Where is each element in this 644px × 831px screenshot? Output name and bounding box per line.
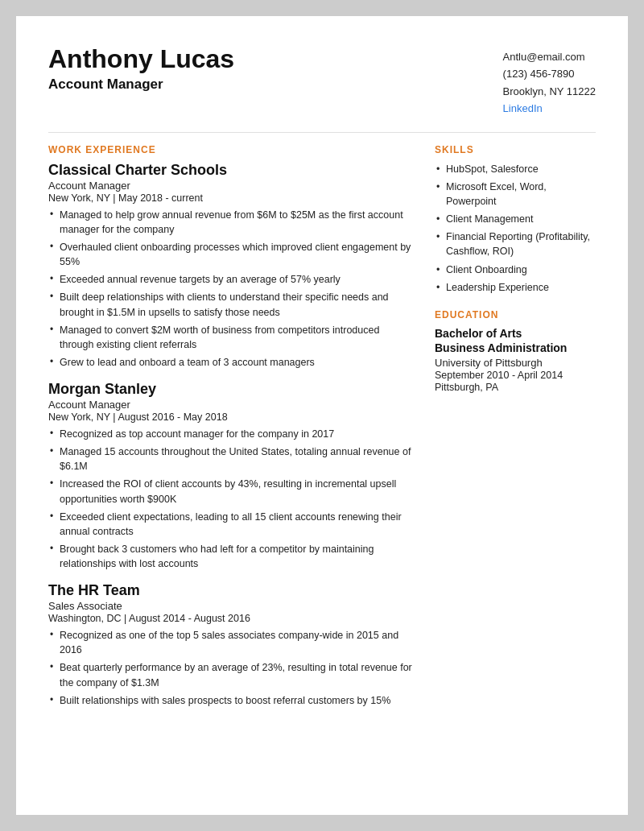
resume-document: Anthony Lucas Account Manager Antlu@emai… xyxy=(16,16,628,815)
job-company-2: Morgan Stanley xyxy=(48,381,412,398)
list-item: Managed 15 accounts throughout the Unite… xyxy=(48,444,412,473)
job-location-dates-3: Washington, DC | August 2014 - August 20… xyxy=(48,613,412,624)
job-role-1: Account Manager xyxy=(48,180,412,192)
list-item: Brought back 3 customers who had left fo… xyxy=(48,542,412,571)
contact-phone: (123) 456-7890 xyxy=(503,65,596,82)
work-experience-heading: WORK EXPERIENCE xyxy=(48,144,412,155)
list-item: Beat quarterly performance by an average… xyxy=(48,660,412,689)
job-bullets-2: Recognized as top account manager for th… xyxy=(48,427,412,571)
list-item: Built relationships with sales prospects… xyxy=(48,693,412,708)
list-item: HubSpot, Salesforce xyxy=(435,162,596,176)
edu-dates: September 2010 - April 2014 xyxy=(435,370,596,381)
list-item: Managed to help grow annual revenue from… xyxy=(48,208,412,237)
job-company-1: Classical Charter Schools xyxy=(48,162,412,179)
list-item: Grew to lead and onboard a team of 3 acc… xyxy=(48,355,412,370)
list-item: Financial Reporting (Profitability, Cash… xyxy=(435,229,596,258)
main-body: WORK EXPERIENCE Classical Charter School… xyxy=(48,144,596,719)
candidate-name: Anthony Lucas xyxy=(48,45,234,73)
edu-location: Pittsburgh, PA xyxy=(435,382,596,393)
edu-degree: Bachelor of Arts xyxy=(435,327,596,341)
job-block-1: Classical Charter Schools Account Manage… xyxy=(48,162,412,370)
contact-location: Brooklyn, NY 11222 xyxy=(503,83,596,100)
job-location-dates-1: New York, NY | May 2018 - current xyxy=(48,192,412,204)
list-item: Recognized as top account manager for th… xyxy=(48,427,412,441)
job-bullets-3: Recognized as one of the top 5 sales ass… xyxy=(48,628,412,708)
contact-info: Antlu@email.com (123) 456-7890 Brooklyn,… xyxy=(503,48,596,118)
list-item: Client Management xyxy=(435,212,596,226)
job-location-dates-2: New York, NY | August 2016 - May 2018 xyxy=(48,411,412,423)
candidate-title: Account Manager xyxy=(48,76,234,93)
job-role-3: Sales Associate xyxy=(48,600,412,612)
list-item: Exceeded annual revenue targets by an av… xyxy=(48,272,412,287)
list-item: Overhauled client onboarding processes w… xyxy=(48,240,412,269)
job-block-2: Morgan Stanley Account Manager New York,… xyxy=(48,381,412,571)
skills-list: HubSpot, Salesforce Microsoft Excel, Wor… xyxy=(435,162,596,295)
skills-heading: SKILLS xyxy=(435,144,596,155)
header-left: Anthony Lucas Account Manager xyxy=(48,45,234,93)
left-column: WORK EXPERIENCE Classical Charter School… xyxy=(48,144,412,719)
resume-header: Anthony Lucas Account Manager Antlu@emai… xyxy=(48,45,596,118)
job-role-2: Account Manager xyxy=(48,399,412,411)
header-divider xyxy=(48,132,596,133)
education-heading: EDUCATION xyxy=(435,309,596,320)
list-item: Leadership Experience xyxy=(435,280,596,295)
right-column: SKILLS HubSpot, Salesforce Microsoft Exc… xyxy=(435,144,596,719)
list-item: Microsoft Excel, Word, Powerpoint xyxy=(435,180,596,209)
list-item: Increased the ROI of client accounts by … xyxy=(48,477,412,506)
list-item: Built deep relationships with clients to… xyxy=(48,290,412,319)
list-item: Managed to convert $2M worth of business… xyxy=(48,323,412,352)
edu-field: Business Administration xyxy=(435,341,596,356)
list-item: Client Onboarding xyxy=(435,263,596,277)
list-item: Exceeded client expectations, leading to… xyxy=(48,510,412,539)
edu-school: University of Pittsburgh xyxy=(435,357,596,369)
list-item: Recognized as one of the top 5 sales ass… xyxy=(48,628,412,657)
linkedin-link[interactable]: LinkedIn xyxy=(503,102,543,114)
job-company-3: The HR Team xyxy=(48,582,412,599)
job-bullets-1: Managed to help grow annual revenue from… xyxy=(48,208,412,370)
contact-email: Antlu@email.com xyxy=(503,48,596,65)
job-block-3: The HR Team Sales Associate Washington, … xyxy=(48,582,412,708)
